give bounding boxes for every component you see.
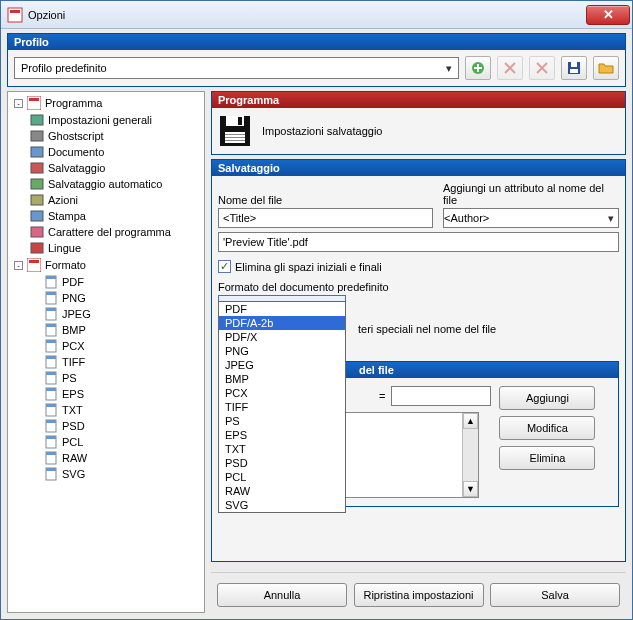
tree-item-label: BMP bbox=[62, 324, 86, 336]
default-format-dropdown[interactable]: PDFPDF/A-2bPDF/XPNGJPEGBMPPCXTIFFPSEPSTX… bbox=[218, 301, 346, 513]
tree-item[interactable]: PNG bbox=[10, 290, 204, 306]
format-option[interactable]: BMP bbox=[219, 372, 345, 386]
tree-item[interactable]: Ghostscript bbox=[10, 128, 204, 144]
open-folder-button[interactable] bbox=[593, 56, 619, 80]
file-type-icon bbox=[44, 467, 58, 481]
tree-group-formato[interactable]: - Formato bbox=[10, 256, 204, 274]
collapse-icon[interactable]: - bbox=[14, 99, 23, 108]
file-type-icon bbox=[44, 339, 58, 353]
profile-select[interactable]: Profilo predefinito bbox=[14, 57, 459, 79]
svg-rect-40 bbox=[46, 436, 56, 439]
delete-button[interactable]: Elimina bbox=[499, 446, 595, 470]
svg-rect-15 bbox=[31, 227, 43, 237]
save-button[interactable]: Salva bbox=[490, 583, 620, 607]
titlebar[interactable]: Opzioni ✕ bbox=[1, 1, 632, 29]
svg-rect-22 bbox=[46, 292, 56, 295]
tree-item[interactable]: Carattere del programma bbox=[10, 224, 204, 240]
tree-item-label: Impostazioni generali bbox=[48, 114, 152, 126]
file-type-icon bbox=[44, 403, 58, 417]
svg-rect-24 bbox=[46, 308, 56, 311]
tree-item[interactable]: Azioni bbox=[10, 192, 204, 208]
file-type-icon bbox=[44, 435, 58, 449]
format-option[interactable]: TXT bbox=[219, 442, 345, 456]
file-type-icon bbox=[44, 323, 58, 337]
svg-rect-11 bbox=[31, 163, 43, 173]
tree-group-programma[interactable]: - Programma bbox=[10, 94, 204, 112]
tree-item[interactable]: TIFF bbox=[10, 354, 204, 370]
subst-right-input[interactable] bbox=[391, 386, 491, 406]
programma-section: Programma Impostazioni salvataggio bbox=[211, 91, 626, 155]
tree-item[interactable]: Salvataggio automatico bbox=[10, 176, 204, 192]
scroll-down-icon[interactable]: ▼ bbox=[463, 481, 478, 497]
tree-item-icon bbox=[30, 209, 44, 223]
tree-item[interactable]: PCX bbox=[10, 338, 204, 354]
scroll-up-icon[interactable]: ▲ bbox=[463, 413, 478, 429]
tree-pane[interactable]: - Programma Impostazioni generaliGhostsc… bbox=[7, 91, 205, 613]
format-option[interactable]: PDF bbox=[219, 302, 345, 316]
filename-preview: 'Preview Title'.pdf bbox=[218, 232, 619, 252]
format-option[interactable]: EPS bbox=[219, 428, 345, 442]
window-title: Opzioni bbox=[28, 9, 586, 21]
tree-item-icon bbox=[30, 113, 44, 127]
attribute-select[interactable]: <Author> bbox=[443, 208, 619, 228]
save-profile-button[interactable] bbox=[561, 56, 587, 80]
close-button[interactable]: ✕ bbox=[586, 5, 630, 25]
svg-rect-34 bbox=[46, 388, 56, 391]
add-profile-button[interactable] bbox=[465, 56, 491, 80]
tree-item[interactable]: Stampa bbox=[10, 208, 204, 224]
svg-rect-5 bbox=[570, 69, 578, 73]
scrollbar[interactable]: ▲ ▼ bbox=[462, 413, 478, 497]
format-option[interactable]: TIFF bbox=[219, 400, 345, 414]
tree-item[interactable]: RAW bbox=[10, 450, 204, 466]
file-type-icon bbox=[44, 307, 58, 321]
svg-rect-50 bbox=[225, 137, 245, 138]
checkbox-checked-icon: ✓ bbox=[218, 260, 231, 273]
tree-item-icon bbox=[30, 241, 44, 255]
edit-button[interactable]: Modifica bbox=[499, 416, 595, 440]
tree-item[interactable]: TXT bbox=[10, 402, 204, 418]
tree-item-label: JPEG bbox=[62, 308, 91, 320]
tree-item[interactable]: PS bbox=[10, 370, 204, 386]
tree-item[interactable]: PCL bbox=[10, 434, 204, 450]
tree-item[interactable]: BMP bbox=[10, 322, 204, 338]
tree-item-label: TIFF bbox=[62, 356, 85, 368]
tree-item[interactable]: EPS bbox=[10, 386, 204, 402]
tree-item[interactable]: SVG bbox=[10, 466, 204, 482]
tree-item[interactable]: Lingue bbox=[10, 240, 204, 256]
tree-item[interactable]: JPEG bbox=[10, 306, 204, 322]
tree-item[interactable]: PDF bbox=[10, 274, 204, 290]
tree-item[interactable]: PSD bbox=[10, 418, 204, 434]
cancel-button[interactable]: Annulla bbox=[217, 583, 347, 607]
separator bbox=[211, 572, 626, 573]
tree-label-formato: Formato bbox=[45, 259, 86, 271]
format-option[interactable]: PSD bbox=[219, 456, 345, 470]
format-option[interactable]: RAW bbox=[219, 484, 345, 498]
collapse-icon[interactable]: - bbox=[14, 261, 23, 270]
tree-item-icon bbox=[30, 177, 44, 191]
format-option[interactable]: JPEG bbox=[219, 358, 345, 372]
trim-spaces-checkbox[interactable]: ✓ Elimina gli spazi iniziali e finali bbox=[218, 260, 619, 273]
reset-button[interactable]: Ripristina impostazioni bbox=[354, 583, 484, 607]
format-icon bbox=[27, 258, 41, 272]
file-type-icon bbox=[44, 387, 58, 401]
tree-item-label: Salvataggio bbox=[48, 162, 106, 174]
programma-section-header: Programma bbox=[212, 92, 625, 108]
svg-rect-1 bbox=[10, 10, 20, 13]
add-button[interactable]: Aggiungi bbox=[499, 386, 595, 410]
tree-item[interactable]: Documento bbox=[10, 144, 204, 160]
format-option[interactable]: PDF/A-2b bbox=[219, 316, 345, 330]
filename-input[interactable] bbox=[218, 208, 433, 228]
format-option[interactable]: SVG bbox=[219, 498, 345, 512]
tree-item[interactable]: Salvataggio bbox=[10, 160, 204, 176]
format-option[interactable]: PCX bbox=[219, 386, 345, 400]
tree-item-label: PDF bbox=[62, 276, 84, 288]
tree-item[interactable]: Impostazioni generali bbox=[10, 112, 204, 128]
app-icon bbox=[7, 7, 23, 23]
profile-select-value: Profilo predefinito bbox=[21, 62, 107, 74]
svg-rect-13 bbox=[31, 195, 43, 205]
format-option[interactable]: PNG bbox=[219, 344, 345, 358]
tree-item-label: PSD bbox=[62, 420, 85, 432]
format-option[interactable]: PDF/X bbox=[219, 330, 345, 344]
format-option[interactable]: PS bbox=[219, 414, 345, 428]
format-option[interactable]: PCL bbox=[219, 470, 345, 484]
